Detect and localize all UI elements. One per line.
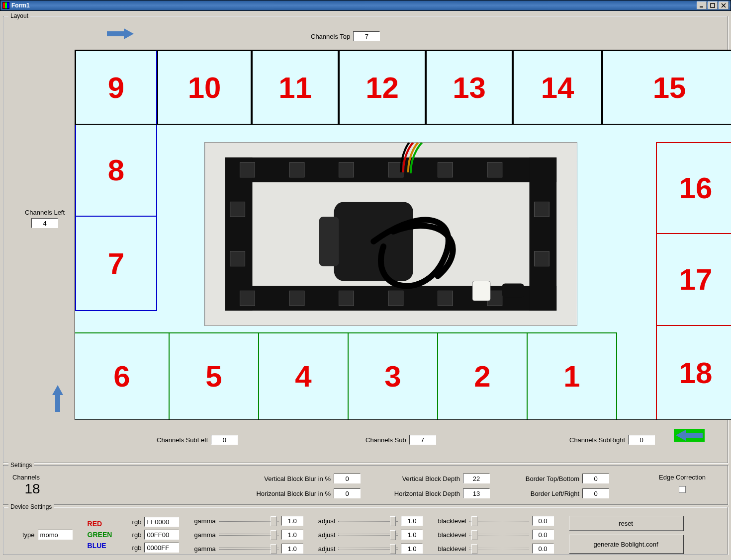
adjust-label-2: adjust [318,531,336,539]
svg-rect-11 [240,162,255,177]
cell-17: 17 [656,234,731,326]
gamma-green-input[interactable] [281,530,303,540]
blacklevel-label-2: blacklevel [438,531,466,539]
cell-10: 10 [157,50,252,125]
svg-rect-1 [711,3,715,7]
arrow-right-icon [107,28,134,39]
cell-9: 9 [75,50,157,125]
cell-1: 1 [528,332,617,419]
channels-subright-label: Channels SubRight [569,436,625,444]
cell-2: 2 [438,332,528,419]
rgb-green-input[interactable] [144,530,179,540]
blacklevel-label-1: blacklevel [438,517,466,525]
layout-legend: Layout [8,12,30,19]
app-icon [2,2,9,9]
arrow-left-icon [674,429,705,442]
svg-rect-12 [289,162,304,177]
channels-total: 18 [12,481,52,497]
svg-rect-17 [240,291,255,306]
vdepth-input[interactable] [463,474,490,483]
svg-rect-0 [700,6,703,7]
generate-button[interactable]: generate Boblight.conf [569,535,683,554]
channels-left-input[interactable] [31,218,58,228]
adjust-green-input[interactable] [401,530,423,540]
minimize-button[interactable] [697,1,707,9]
cell-13: 13 [426,50,513,125]
svg-rect-9 [225,158,253,311]
border-tb-input[interactable] [582,474,609,483]
preview-canvas: 9 10 11 12 13 14 15 8 7 16 17 18 6 5 4 3… [75,50,731,420]
adjust-blue-slider[interactable] [338,543,398,554]
blacklevel-red-input[interactable] [532,516,554,526]
hblur-input[interactable] [334,488,361,498]
border-lr-input[interactable] [582,488,609,498]
gamma-label-1: gamma [194,517,215,525]
svg-marker-5 [676,430,703,441]
svg-rect-18 [289,291,304,306]
blacklevel-green-input[interactable] [532,530,554,540]
device-type-input[interactable] [38,530,73,540]
vblur-label: Vertical Block Blur in % [246,475,331,482]
close-button[interactable] [719,1,729,9]
settings-legend: Settings [8,462,34,469]
generate-button-label: generate Boblight.conf [593,541,658,548]
rgb-label-3: rgb [132,544,142,552]
rgb-blue-input[interactable] [144,543,179,553]
reset-button[interactable]: reset [569,516,683,531]
channels-sub-label: Channels Sub [366,436,406,444]
arrow-up-icon [52,385,63,412]
gamma-green-slider[interactable] [219,529,278,540]
device-settings-group: Device Settings type RED GREEN BLUE rgb … [3,507,728,555]
gamma-red-slider[interactable] [219,515,278,526]
rgb-red-input[interactable] [144,517,179,527]
svg-rect-23 [230,202,245,217]
channels-subright-input[interactable] [628,435,655,445]
color-red-label: RED [88,520,117,528]
layout-group: Layout Channels Top Channels Left Channe… [3,16,728,463]
gamma-blue-slider[interactable] [219,543,278,554]
hdepth-label: Horizontal Block Depth [380,490,460,497]
cell-3: 3 [349,332,438,419]
window-titlebar: Form1 [0,0,731,11]
settings-group: Settings Channels 18 Vertical Block Blur… [3,465,728,505]
blacklevel-blue-slider[interactable] [469,543,529,554]
rgb-label-1: rgb [132,518,142,526]
cell-5: 5 [170,332,259,419]
edge-correction-checkbox[interactable] [679,486,686,493]
svg-rect-28 [319,217,339,266]
blacklevel-green-slider[interactable] [469,529,529,540]
svg-rect-29 [472,281,490,301]
cell-15: 15 [602,50,731,125]
adjust-blue-input[interactable] [401,544,423,554]
cell-7: 7 [75,217,157,311]
svg-marker-4 [52,385,63,412]
channels-subleft-input[interactable] [211,435,238,445]
border-lr-label: Border Left/Right [510,490,579,497]
svg-rect-26 [534,251,549,266]
channels-top-label: Channels Top [311,33,350,40]
adjust-red-slider[interactable] [338,515,398,526]
device-type-label: type [22,531,35,539]
cell-18: 18 [656,326,731,419]
adjust-label-1: adjust [318,517,336,525]
gamma-blue-input[interactable] [281,544,303,554]
channels-left-label: Channels Left [17,209,72,216]
gamma-label-3: gamma [194,545,215,553]
window-title: Form1 [11,2,697,9]
blacklevel-blue-input[interactable] [532,544,554,554]
svg-rect-24 [230,251,245,266]
hdepth-input[interactable] [463,488,490,498]
channels-sub-input[interactable] [409,435,436,445]
gamma-red-input[interactable] [281,516,303,526]
cell-12: 12 [339,50,426,125]
channels-top-input[interactable] [353,31,380,41]
cell-16: 16 [656,142,731,234]
maximize-button[interactable] [708,1,718,9]
reset-button-label: reset [619,520,633,527]
blacklevel-red-slider[interactable] [469,515,529,526]
cell-14: 14 [513,50,602,125]
vblur-input[interactable] [334,474,361,483]
svg-rect-15 [438,162,453,177]
adjust-green-slider[interactable] [338,529,398,540]
adjust-red-input[interactable] [401,516,423,526]
